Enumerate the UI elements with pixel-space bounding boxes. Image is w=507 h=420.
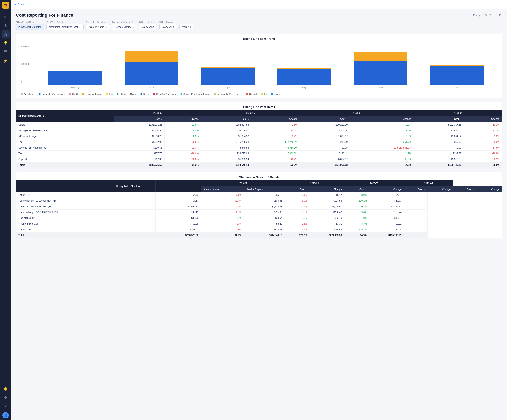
filter-billing-period-label: Billing Period Month * xyxy=(16,21,44,23)
filter-icon[interactable]: ≡ xyxy=(489,14,491,17)
row-label: SavingsPlanCoveredUsage xyxy=(16,128,114,133)
legend-color-dot xyxy=(180,93,183,95)
filter-billing-line: Billing Line Item is any value xyxy=(139,21,157,30)
expand-icon[interactable]: › xyxy=(18,205,19,208)
legend-item: Tax xyxy=(261,93,267,95)
more-icon[interactable]: ⋮ xyxy=(493,14,497,17)
legend-color-dot xyxy=(153,93,155,95)
legend-item: SavingsPlanCoveredUsage xyxy=(180,93,210,95)
logo[interactable]: CZ xyxy=(2,2,9,9)
cell-cost: $210,283.90 xyxy=(300,122,350,128)
refresh-icon[interactable]: ↻ xyxy=(484,14,487,17)
filter-billing-account-chip[interactable]: is any value xyxy=(159,24,177,30)
col-cost[interactable]: Cost ↓ xyxy=(404,186,428,192)
cell-cost: $191,317.65 xyxy=(414,122,464,128)
cell-cost: $375,255.38 xyxy=(201,139,251,145)
cell-cost: $33.64 xyxy=(244,215,285,221)
row-service-cell xyxy=(101,221,155,227)
filter-billing-line-value: is any value xyxy=(142,26,154,28)
subheader-account[interactable]: Account Name ↑ xyxy=(201,186,244,192)
filter-billing-period: Billing Period Month * is in the last 6 … xyxy=(16,21,44,30)
topnav: ◀ Analytics xyxy=(11,0,507,9)
back-button[interactable]: ◀ xyxy=(14,3,16,6)
filter-dimension1-chip[interactable]: Account Name ▼ xyxy=(86,24,110,30)
col-cost[interactable]: Cost ↓ xyxy=(285,186,310,192)
legend-color-dot xyxy=(39,93,41,95)
filter-billing-account: Billing Account is any value xyxy=(159,21,177,30)
topnav-section-link[interactable]: Analytics xyxy=(18,3,29,6)
expand-icon[interactable]: › xyxy=(18,211,19,213)
filter-dimension1: Dimension Selector 1 * Account Name ▼ xyxy=(86,21,110,30)
timestamp: 11m ago xyxy=(473,14,482,17)
cell-change: -1.1% xyxy=(285,227,310,232)
chart-bars: FebruaryMarchAprilMayJuneJuly xyxy=(35,45,497,89)
filter-dimension2-chip[interactable]: Service Display ▼ xyxy=(112,24,137,30)
chart-month-label: May xyxy=(302,86,306,89)
chart-bar-group: March xyxy=(113,51,190,89)
cell-change: -98.9% xyxy=(165,151,201,156)
row-label: Tax xyxy=(16,151,114,156)
cell-cost: $35.76 xyxy=(155,215,201,221)
cell-change: 3.3% xyxy=(350,133,414,139)
expand-icon[interactable]: › xyxy=(18,228,19,231)
filter-billing-line-chip[interactable]: is any value xyxy=(139,24,157,30)
filter-dimension1-value: Account Name xyxy=(89,26,104,28)
sidebar-item-analytics[interactable]: ◑ xyxy=(2,30,9,38)
expand-icon[interactable]: › xyxy=(18,223,19,225)
col-period: 2023-07 xyxy=(201,180,285,186)
legend-color-dot xyxy=(21,93,23,95)
col-cost[interactable]: Cost ↓ xyxy=(300,116,350,122)
cell-change: 4.1% xyxy=(350,151,414,156)
chart-card: Billing Line Item Trend $500,000 $250,00… xyxy=(16,34,502,98)
filter-dimension1-label: Dimension Selector 1 * xyxy=(86,21,110,23)
legend-item: SavingsPlanRecurringFee xyxy=(214,93,242,95)
col-cost[interactable]: Cost ↓ xyxy=(201,116,251,122)
col-change: Change xyxy=(310,186,345,192)
cell-change: -98.8% xyxy=(464,151,502,156)
main-content: ◀ Analytics Cost Reporting For Finance 1… xyxy=(11,0,507,420)
sidebar-item-billing[interactable]: $ xyxy=(2,22,9,30)
chart-bar-group: May xyxy=(266,51,342,89)
content-area: Cost Reporting For Finance 11m ago ↻ ≡ ⋮… xyxy=(11,9,507,420)
col-change: Change xyxy=(428,186,453,192)
sidebar-item-settings[interactable]: ⚙ xyxy=(2,393,9,401)
totals-change: 173.2% xyxy=(285,232,310,238)
chart-y-label-250k: $250,000 xyxy=(21,63,34,65)
avatar[interactable]: 👤 xyxy=(2,412,9,418)
sidebar-item-help[interactable]: ? xyxy=(2,402,9,410)
col-cost[interactable]: Cost ↓ xyxy=(114,116,165,122)
sidebar-item-insights[interactable]: 💡 xyxy=(2,39,9,47)
table-row: Usage$231,301.2512.9%$204,827.88-2.6%$21… xyxy=(16,122,502,128)
sidebar-item-notifications[interactable]: 🔔 xyxy=(2,385,9,393)
sidebar-item-dashboard[interactable]: ⊞ xyxy=(2,13,9,21)
col-change: Change xyxy=(350,116,414,122)
sidebar-item-reports[interactable]: ☰ xyxy=(2,48,9,56)
expand-icon[interactable]: › xyxy=(18,217,19,219)
expand-icon[interactable]: › xyxy=(18,200,19,202)
cell-cost: $5,302.54 xyxy=(201,156,251,162)
folder-icon[interactable]: 🗁 xyxy=(499,14,502,17)
filter-cost-type-chip[interactable]: discounted_amortized_cost ▼ xyxy=(46,24,84,30)
cell-cost: $104.56 xyxy=(310,198,345,204)
totals-row: Totals$238,575.56-61.2%$614,546.13173.2%… xyxy=(16,162,502,168)
filter-billing-period-chip[interactable]: is in the last 6 months xyxy=(16,24,44,30)
sidebar-item-integrations[interactable]: ⚡ xyxy=(2,57,9,64)
cell-cost: $5.17 xyxy=(310,192,345,198)
cell-change: -2.9% xyxy=(201,204,244,210)
dimension-table: Billing Period Month ◀2023-072023-062023… xyxy=(16,180,502,238)
legend-label: RoundingAdjustment xyxy=(156,93,176,95)
more-filters-button[interactable]: More • 4 xyxy=(179,24,193,30)
expand-icon[interactable]: › xyxy=(18,194,19,196)
row-service-cell xyxy=(101,210,155,215)
col-cost[interactable]: Cost ↓ xyxy=(345,186,369,192)
cell-change: 177,746.2% xyxy=(251,139,300,145)
legend-label: Fee xyxy=(109,93,113,95)
cell-change: -123,113,855.2% xyxy=(350,145,414,151)
legend-color-dot xyxy=(141,93,142,95)
cell-change: -0.6% xyxy=(285,204,310,210)
col-cost[interactable]: Cost ↓ xyxy=(414,116,464,122)
filter-billing-account-value: is any value xyxy=(162,26,175,28)
col-cost[interactable]: Cost ↓ xyxy=(453,186,477,192)
legend-color-dot xyxy=(246,93,248,95)
cell-cost: $4.78 xyxy=(155,192,201,198)
